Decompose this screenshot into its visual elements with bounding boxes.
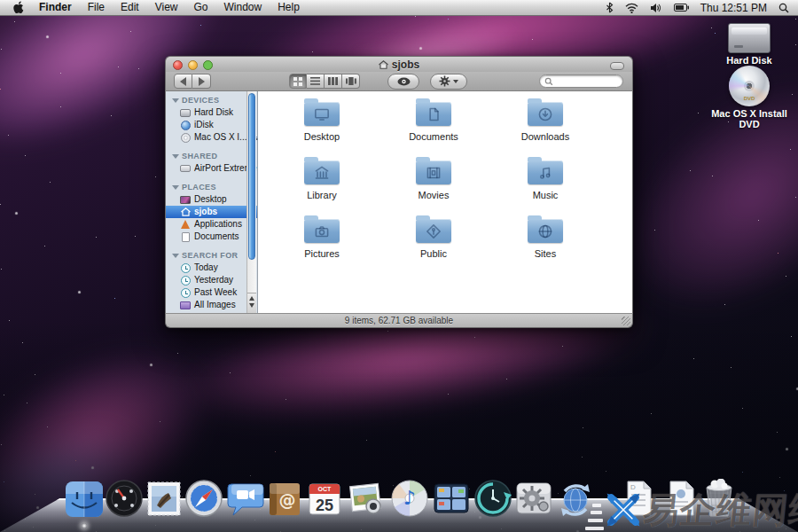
scrollbar-thumb[interactable] <box>248 93 255 260</box>
quick-look-button[interactable] <box>387 74 419 90</box>
folder-movies[interactable]: Movies <box>378 157 489 215</box>
clock-icon <box>180 287 191 298</box>
dock-icon-system-preferences[interactable] <box>514 479 553 518</box>
view-coverflow-button[interactable] <box>342 74 360 89</box>
forward-arrow-icon <box>199 77 205 86</box>
sidebar-item-yesterday[interactable]: Yesterday <box>166 274 257 286</box>
dock-icon-mail[interactable] <box>145 479 184 518</box>
dock-icon-address-book[interactable]: @ <box>265 479 304 518</box>
sidebar-item-hard-disk[interactable]: Hard Disk <box>166 106 257 119</box>
menu-file[interactable]: File <box>80 0 113 15</box>
menu-view[interactable]: View <box>147 0 186 15</box>
scroll-down-icon <box>249 303 254 308</box>
folder-desktop[interactable]: Desktop <box>266 98 378 157</box>
smart-folder-icon <box>180 300 191 310</box>
folder-documents[interactable]: Documents <box>378 98 489 157</box>
sidebar-item-airport-extreme[interactable]: AirPort Extreme <box>166 162 257 175</box>
sidebar-item-sjobs[interactable]: sjobs <box>166 206 257 218</box>
dock-icon-ichat[interactable] <box>225 479 264 518</box>
folder-public[interactable]: Public <box>378 215 489 274</box>
sidebar-item-idisk[interactable]: iDisk <box>166 119 257 131</box>
sidebar: DEVICES Hard Disk iDisk Mac OS X I... ⏏ … <box>166 91 258 313</box>
movies-folder-icon <box>416 160 451 184</box>
sidebar-item-desktop[interactable]: Desktop <box>166 193 257 206</box>
sites-folder-icon <box>528 219 563 243</box>
sidebar-scrollbar[interactable] <box>246 91 256 313</box>
folder-library[interactable]: Library <box>266 157 378 215</box>
running-app-indicator <box>82 523 87 528</box>
sidebar-section-places[interactable]: PLACES <box>166 181 257 193</box>
scrollbar-arrows[interactable] <box>247 293 256 313</box>
section-header-label: PLACES <box>182 181 216 193</box>
view-list-button[interactable] <box>307 74 325 89</box>
search-input[interactable] <box>539 74 623 88</box>
folder-label: Movies <box>419 190 450 200</box>
sidebar-section-search-for[interactable]: SEARCH FOR <box>166 249 257 262</box>
spotlight-icon[interactable] <box>778 3 789 13</box>
wifi-icon[interactable] <box>625 3 638 13</box>
view-icon-button[interactable] <box>289 74 307 89</box>
sidebar-item-past-week[interactable]: Past Week <box>166 286 257 299</box>
battery-icon[interactable] <box>674 4 689 12</box>
coverflow-view-icon <box>346 77 356 85</box>
toolbar <box>165 72 633 91</box>
view-columns-button[interactable] <box>325 74 342 89</box>
watermark-text: 易企维网络 <box>641 483 798 532</box>
sidebar-section-shared[interactable]: SHARED <box>166 150 257 162</box>
applications-icon <box>180 219 191 230</box>
sidebar-item-applications[interactable]: Applications <box>166 218 257 231</box>
dock-icon-itunes[interactable]: ♪ <box>390 479 429 518</box>
back-button[interactable] <box>174 74 192 89</box>
back-arrow-icon <box>180 77 186 86</box>
folder-music[interactable]: Music <box>489 157 601 215</box>
sidebar-section-devices[interactable]: DEVICES <box>166 94 257 106</box>
hard-disk-icon <box>728 23 771 53</box>
finder-window: sjobs <box>165 56 633 328</box>
dock-icon-spaces[interactable] <box>432 479 471 518</box>
folder-sites[interactable]: Sites <box>489 215 601 274</box>
clock-icon <box>180 262 191 273</box>
dock-icon-software-update[interactable] <box>556 479 595 518</box>
menu-window[interactable]: Window <box>216 0 270 15</box>
dock-icon-ical[interactable]: OCT 25 <box>305 479 344 518</box>
apple-icon <box>12 1 24 14</box>
dock-icon-dashboard[interactable] <box>105 479 144 518</box>
list-view-icon <box>310 77 320 85</box>
file-grid: Desktop Documents Downloads Library <box>259 91 621 313</box>
apple-menu[interactable] <box>9 1 31 14</box>
status-text: 9 items, 62.71 GB available <box>345 316 453 325</box>
icon-view-icon <box>293 77 302 86</box>
desktop-icon-install-dvd[interactable]: DVD Mac OS X Install DVD <box>700 66 798 129</box>
sidebar-item-label: Yesterday <box>194 274 233 286</box>
sidebar-item-label: Documents <box>194 231 239 243</box>
folder-pictures[interactable]: Pictures <box>266 215 378 274</box>
desktop-icon-hard-disk[interactable]: Hard Disk <box>700 23 798 66</box>
menu-finder[interactable]: Finder <box>31 0 80 15</box>
dock-icon-iphoto[interactable] <box>346 479 385 518</box>
menu-clock[interactable]: Thu 12:51 PM <box>700 2 767 14</box>
action-menu-button[interactable] <box>430 74 467 90</box>
folder-downloads[interactable]: Downloads <box>489 98 601 157</box>
sidebar-item-label: Hard Disk <box>194 106 233 119</box>
volume-icon[interactable] <box>650 3 662 13</box>
dock-icon-safari[interactable] <box>184 479 223 518</box>
menu-go[interactable]: Go <box>186 0 216 15</box>
resize-grip[interactable] <box>622 317 630 325</box>
sidebar-item-today[interactable]: Today <box>166 262 257 274</box>
title-bar[interactable]: sjobs <box>165 56 633 72</box>
dock-icon-finder[interactable] <box>65 479 104 518</box>
bluetooth-icon[interactable] <box>606 2 614 13</box>
sidebar-item-install-disc[interactable]: Mac OS X I... ⏏ <box>166 131 257 144</box>
menu-help[interactable]: Help <box>270 0 308 15</box>
music-folder-icon <box>528 160 563 184</box>
disc-icon <box>180 132 191 143</box>
menu-edit[interactable]: Edit <box>113 0 147 15</box>
forward-button[interactable] <box>192 74 211 89</box>
sidebar-item-documents[interactable]: Documents <box>166 231 257 243</box>
sidebar-item-label: All Images <box>194 299 236 311</box>
sidebar-item-label: Today <box>194 262 218 274</box>
toolbar-toggle-button[interactable] <box>610 62 624 70</box>
sidebar-item-all-images[interactable]: All Images <box>166 299 257 311</box>
sidebar-item-label: Past Week <box>194 286 237 299</box>
dock-icon-time-machine[interactable] <box>473 479 512 518</box>
